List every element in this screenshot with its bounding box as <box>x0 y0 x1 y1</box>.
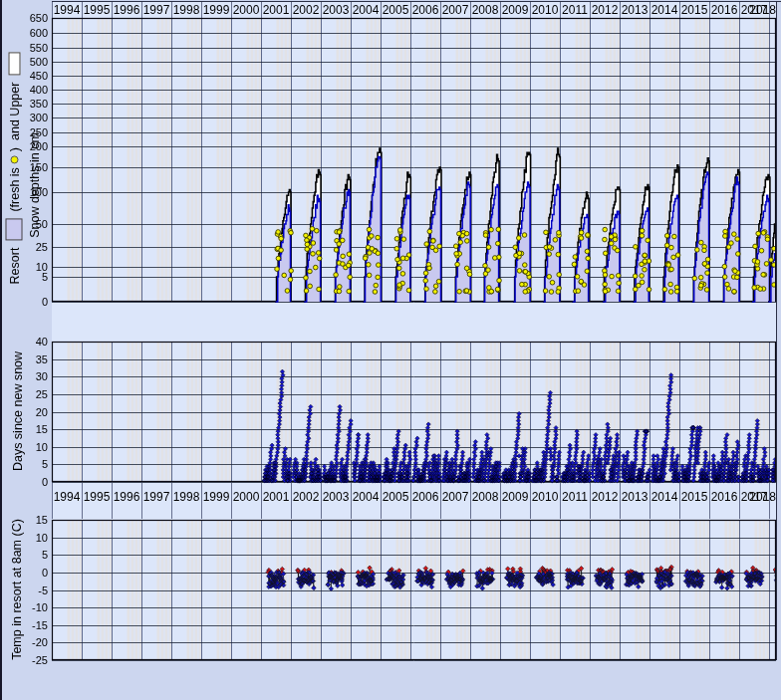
temp-axis-title: Temp in resort at 8am (C) <box>10 519 24 660</box>
snow-axis-units-label: Snow depths in cm <box>28 132 42 238</box>
days-axis-label: Days since new snow <box>11 351 25 471</box>
snow-axis-title: Resort (fresh is ) and Upper <box>6 53 23 285</box>
snow-axis-upper-label: and Upper <box>7 83 21 140</box>
upper-legend-swatch <box>8 53 20 76</box>
snow-axis-fresh-close: ) <box>7 147 21 151</box>
snow-history-chart: Resort (fresh is ) and Upper Snow depths… <box>0 0 781 700</box>
temp-axis-label: Temp in resort at 8am (C) <box>10 519 24 660</box>
snow-axis-resort-label: Resort <box>7 248 21 285</box>
snow-axis-title-line2: Snow depths in cm <box>28 132 42 238</box>
days-axis-title: Days since new snow <box>11 351 25 471</box>
fresh-snow-legend-dot-icon <box>10 155 18 163</box>
snow-axis-fresh-open: (fresh is <box>7 167 21 211</box>
resort-legend-swatch <box>6 219 23 241</box>
chart-canvas <box>2 0 781 700</box>
